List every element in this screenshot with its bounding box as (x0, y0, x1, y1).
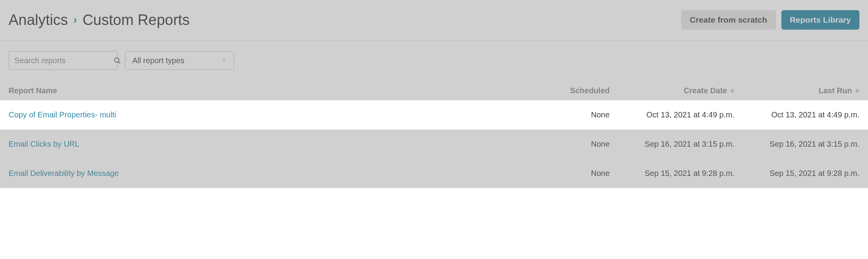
cell-create-date: Sep 16, 2021 at 3:15 p.m. (614, 140, 735, 149)
cell-scheduled: None (532, 110, 610, 119)
cell-create-date: Oct 13, 2021 at 4:49 p.m. (614, 110, 735, 119)
breadcrumb: Analytics › Custom Reports (9, 12, 190, 28)
cell-report-name: Email Clicks by URL (9, 140, 528, 149)
chevron-right-icon: › (73, 14, 77, 25)
search-icon (113, 57, 121, 64)
cell-report-name: Copy of Email Properties- multi (9, 110, 528, 119)
search-input[interactable] (14, 56, 113, 65)
report-link[interactable]: Email Clicks by URL (9, 140, 79, 148)
cell-scheduled: None (532, 169, 610, 178)
table-row: Email Deliverability by MessageNoneSep 1… (0, 159, 868, 188)
table-header: Report Name Scheduled Create Date ◆ Last… (0, 81, 868, 100)
sort-icon: ◆ (855, 87, 859, 94)
svg-line-1 (119, 62, 120, 64)
cell-report-name: Email Deliverability by Message (9, 169, 528, 178)
col-last-run[interactable]: Last Run ◆ (738, 86, 859, 95)
report-link[interactable]: Copy of Email Properties- multi (9, 110, 116, 119)
col-report-name-label: Report Name (9, 86, 57, 95)
col-scheduled-label: Scheduled (570, 86, 610, 95)
report-type-selected: All report types (132, 56, 184, 65)
cell-last-run: Oct 13, 2021 at 4:49 p.m. (738, 110, 859, 119)
chevron-down-icon (221, 56, 227, 65)
breadcrumb-root[interactable]: Analytics (9, 12, 68, 28)
create-from-scratch-button[interactable]: Create from scratch (681, 10, 776, 30)
filters-bar: All report types (0, 41, 868, 81)
cell-last-run: Sep 16, 2021 at 3:15 p.m. (738, 140, 859, 149)
header-actions: Create from scratch Reports Library (681, 10, 859, 30)
col-last-run-label: Last Run (818, 86, 852, 95)
col-report-name[interactable]: Report Name (9, 86, 528, 95)
page-header: Analytics › Custom Reports Create from s… (0, 0, 868, 41)
cell-last-run: Sep 15, 2021 at 9:28 p.m. (738, 169, 859, 178)
col-create-date-label: Create Date (684, 86, 727, 95)
table-row: Email Clicks by URLNoneSep 16, 2021 at 3… (0, 130, 868, 159)
report-link[interactable]: Email Deliverability by Message (9, 169, 119, 177)
search-input-wrap[interactable] (9, 51, 118, 70)
reports-table: Report Name Scheduled Create Date ◆ Last… (0, 81, 868, 188)
reports-library-button[interactable]: Reports Library (781, 10, 859, 30)
cell-create-date: Sep 15, 2021 at 9:28 p.m. (614, 169, 735, 178)
col-create-date[interactable]: Create Date ◆ (614, 86, 735, 95)
report-type-select[interactable]: All report types (125, 51, 234, 70)
table-row: Copy of Email Properties- multiNoneOct 1… (0, 100, 868, 130)
breadcrumb-current: Custom Reports (82, 12, 190, 28)
sort-icon: ◆ (730, 87, 735, 94)
cell-scheduled: None (532, 140, 610, 149)
col-scheduled[interactable]: Scheduled (532, 86, 610, 95)
